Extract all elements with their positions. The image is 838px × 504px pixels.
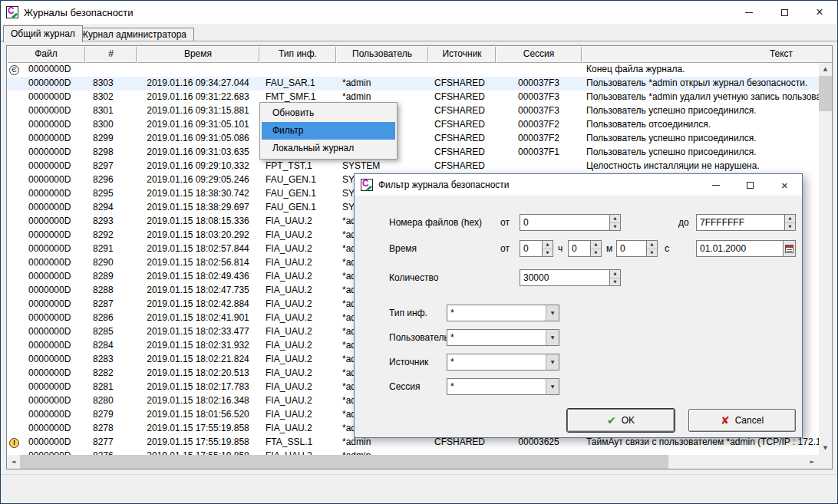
dropdown-arrow-icon[interactable]: ▼ xyxy=(546,305,559,321)
file-from-input[interactable] xyxy=(520,214,609,231)
spin-up-icon[interactable]: ▲ xyxy=(647,241,657,249)
menu-item-filter[interactable]: Фильтр xyxy=(262,122,395,140)
time-from-label: от xyxy=(500,240,510,257)
cell-file: 0000000D xyxy=(24,380,85,394)
minutes-spinner[interactable]: ▲▼ xyxy=(590,240,602,257)
file-to-input[interactable] xyxy=(696,214,784,231)
spin-up-icon[interactable]: ▲ xyxy=(610,270,620,278)
horizontal-scroll-thumb[interactable] xyxy=(20,455,668,469)
seconds-spinner[interactable]: ▲▼ xyxy=(646,240,658,257)
dialog-title-bar: С Фильтр журнала безопасности × xyxy=(355,174,802,196)
filter-dialog: С Фильтр журнала безопасности × Номера ф… xyxy=(354,173,803,438)
cell-time: 2019.01.16 09:31:03.635 xyxy=(137,146,259,160)
cancel-button[interactable]: ✘ Cancel xyxy=(688,409,796,432)
table-row[interactable]: 0000000D82992019.01.16 09:31:05.086CFSHA… xyxy=(7,132,833,146)
spin-up-icon[interactable]: ▲ xyxy=(610,215,620,223)
dialog-minimize-button[interactable] xyxy=(698,174,733,196)
row-icon-slot xyxy=(7,118,24,132)
file-from-spinner[interactable]: ▲▼ xyxy=(609,214,621,231)
scroll-left-icon[interactable]: ◄ xyxy=(7,455,20,469)
spin-down-icon[interactable]: ▼ xyxy=(610,278,620,286)
type-filter-combo[interactable]: * ▼ xyxy=(447,305,559,321)
table-row[interactable]: 0000000D83032019.01.16 09:34:27.044FAU_S… xyxy=(7,77,833,91)
cell-type: FAU_GEN.1 xyxy=(259,201,336,215)
column-header-user[interactable]: Пользователь xyxy=(336,46,428,63)
session-filter-combo[interactable]: * ▼ xyxy=(447,378,559,395)
count-spinner[interactable]: ▲▼ xyxy=(609,269,621,286)
cell-session: 000037F2 xyxy=(496,118,582,132)
table-header: Файл#ВремяТип инф.ПользовательИсточникСе… xyxy=(7,46,833,63)
hours-field: ▲▼ xyxy=(520,240,553,257)
tab-admin-log[interactable]: Журнал администратора xyxy=(72,28,194,41)
menu-item-refresh[interactable]: Обновить xyxy=(262,104,395,122)
column-header-time[interactable]: Время xyxy=(137,46,259,63)
cell-text xyxy=(582,450,833,455)
column-header-source[interactable]: Источник xyxy=(428,46,496,63)
table-row[interactable]: 0000000D83012019.01.16 09:31:15.881CFSHA… xyxy=(7,104,833,118)
spin-down-icon[interactable]: ▼ xyxy=(543,249,553,257)
seconds-input[interactable] xyxy=(616,240,646,257)
hours-spinner[interactable]: ▲▼ xyxy=(542,240,553,257)
vertical-scroll-thumb[interactable] xyxy=(819,76,832,111)
spin-up-icon[interactable]: ▲ xyxy=(785,215,795,223)
spin-up-icon[interactable]: ▲ xyxy=(543,241,553,249)
user-filter-combo[interactable]: * ▼ xyxy=(447,329,559,346)
dropdown-arrow-icon[interactable]: ▼ xyxy=(546,330,559,345)
table-row[interactable]: 0000000D82972019.01.16 09:29:10.332FPT_T… xyxy=(7,160,833,173)
minimize-button[interactable] xyxy=(731,1,767,24)
maximize-button[interactable] xyxy=(767,1,802,24)
row-icon-slot xyxy=(7,242,24,256)
column-header-number[interactable]: # xyxy=(85,46,137,63)
spin-down-icon[interactable]: ▼ xyxy=(647,249,657,257)
dialog-controls: × xyxy=(698,174,802,196)
horizontal-scrollbar[interactable]: ◄ ► xyxy=(7,455,819,469)
scroll-right-icon[interactable]: ► xyxy=(806,455,819,469)
window-title: Журналы безопасности xyxy=(24,7,134,18)
spin-down-icon[interactable]: ▼ xyxy=(591,249,601,257)
close-button[interactable]: × xyxy=(802,1,837,24)
column-header-file[interactable]: Файл xyxy=(7,46,85,63)
vertical-scrollbar[interactable]: ▲ ▼ xyxy=(819,63,832,455)
cell-file: 0000000D xyxy=(24,160,85,173)
minutes-label: м xyxy=(606,240,612,257)
tab-general-log[interactable]: Общий журнал xyxy=(3,25,83,42)
table-row[interactable]: 0000000D82982019.01.16 09:31:03.635CFSHA… xyxy=(7,146,833,160)
table-row[interactable]: 0000000D82762019.01.15 17:55:19.858FIA_U… xyxy=(7,450,833,455)
table-row[interactable]: 0000000D83002019.01.16 09:31:05.101CFSHA… xyxy=(7,118,833,132)
dropdown-arrow-icon[interactable]: ▼ xyxy=(546,354,559,370)
spin-down-icon[interactable]: ▼ xyxy=(785,223,795,231)
column-header-text[interactable]: Текст xyxy=(582,46,833,63)
dropdown-arrow-icon[interactable]: ▼ xyxy=(546,379,559,394)
hours-input[interactable] xyxy=(520,240,542,257)
cell-num xyxy=(85,63,137,77)
source-filter-combo[interactable]: * ▼ xyxy=(447,354,559,371)
app-window: С Журналы безопасности × Общий журнал Жу… xyxy=(0,0,838,504)
row-icon-slot xyxy=(7,270,24,284)
date-input[interactable] xyxy=(696,240,783,257)
cell-num: 8293 xyxy=(85,215,137,229)
cell-num: 8288 xyxy=(85,284,137,298)
column-header-info-type[interactable]: Тип инф. xyxy=(259,46,336,63)
cell-file: 0000000D xyxy=(24,284,85,298)
count-input[interactable] xyxy=(520,269,609,286)
cell-user: *admin xyxy=(336,450,428,455)
cell-time: 2019.01.16 09:31:05.101 xyxy=(137,118,259,132)
dialog-close-button[interactable]: × xyxy=(767,174,802,196)
session-filter-label: Сессия xyxy=(389,378,421,395)
file-to-spinner[interactable]: ▲▼ xyxy=(784,214,796,231)
table-row[interactable]: 0000000D83022019.01.16 09:31:22.683FMT_S… xyxy=(7,91,833,104)
column-header-session[interactable]: Сессия xyxy=(496,46,582,63)
status-bar xyxy=(1,474,837,503)
calendar-button[interactable] xyxy=(783,240,796,257)
dialog-maximize-button[interactable] xyxy=(733,174,767,196)
minutes-input[interactable] xyxy=(568,240,590,257)
cell-time: 2019.01.16 09:29:10.332 xyxy=(137,160,259,173)
ok-button[interactable]: ✔ OK xyxy=(567,409,675,432)
cell-file: 0000000D xyxy=(24,173,85,187)
menu-item-local-log[interactable]: Локальный журнал xyxy=(262,140,395,157)
spin-up-icon[interactable]: ▲ xyxy=(591,241,601,249)
table-row[interactable]: Є0000000DКонец файла журнала. xyxy=(7,63,833,77)
scroll-up-icon[interactable]: ▲ xyxy=(819,63,832,76)
scroll-down-icon[interactable]: ▼ xyxy=(819,442,832,455)
spin-down-icon[interactable]: ▼ xyxy=(610,223,620,231)
